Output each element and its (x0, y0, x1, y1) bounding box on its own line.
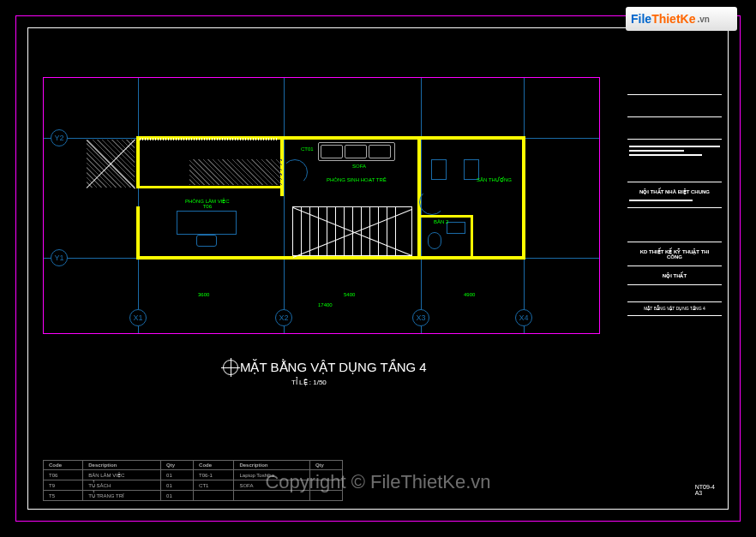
room-label-6: SOFA (352, 164, 366, 169)
grid-bubble-x2: X2 (275, 309, 292, 326)
grid-bubble-y2: Y2 (51, 129, 68, 146)
stair-steps (292, 206, 412, 256)
grid-bubble-x3: X3 (412, 309, 429, 326)
cad-canvas: File ThietKe .vn Y2 Y1 X1 X2 X3 X4 3600 … (0, 0, 756, 537)
wall-bottom (136, 256, 525, 260)
drawing-number: NT09-4A3 (695, 484, 715, 496)
north-arrow-icon (223, 360, 238, 375)
sofa (318, 142, 395, 161)
room-label-1: PHÒNG LÀM VIỆC T06 (185, 198, 230, 209)
grid-bubble-x4: X4 (515, 309, 532, 326)
wall-right (522, 136, 525, 260)
tb-sheet: MẶT BẰNG VẬT DỤNG TẦNG 4 (629, 306, 720, 312)
sink (447, 222, 465, 234)
logo-suffix: .vn (697, 15, 709, 24)
dim-total: 17400 (318, 302, 333, 307)
counter-hatch (189, 159, 282, 185)
door-2 (419, 189, 445, 215)
copyright-watermark: Copyright © FileThietKe.vn (265, 471, 490, 493)
wall-left-upper (136, 136, 140, 188)
logo-watermark: File ThietKe .vn (626, 7, 737, 31)
drawing-viewport: Y2 Y1 X1 X2 X3 X4 3600 5400 4900 17400 (43, 77, 600, 334)
desk (177, 211, 237, 235)
room-label-5: CT01 (301, 146, 314, 152)
logo-part1: File (631, 12, 651, 26)
dim-3: 4900 (464, 292, 475, 297)
window-top (140, 138, 277, 140)
title-block: NỘI THẤT NHÀ BIỆT CHUNG KD THIẾT KẾ KỸ T… (627, 34, 722, 503)
wall-wc2 (471, 215, 473, 258)
room-label-2: PHÒNG SINH HOẠT TRÊ (327, 176, 387, 182)
drawing-title: MẶT BẰNG VẬT DỤNG TẦNG 4 (240, 360, 427, 375)
grid-bubble-x1: X1 (129, 309, 147, 326)
grid-line-x2 (284, 78, 285, 333)
wall-left-lower (136, 206, 140, 260)
drawing-scale: TỈ LỆ : 1/50 (291, 379, 327, 386)
tb-section: NỘI THẤT (629, 270, 720, 281)
room-label-4: BÀN 2 (434, 219, 448, 224)
dim-2: 5400 (344, 292, 355, 297)
dim-1: 3600 (198, 292, 209, 297)
grid-bubble-y1: Y1 (51, 249, 68, 266)
room-label-3: SÂN THƯỢNG (477, 176, 512, 182)
door-1 (282, 159, 308, 185)
tb-project: NỘI THẤT NHÀ BIỆT CHUNG (629, 186, 720, 197)
tb-firm: KD THIẾT KẾ KỸ THUẬT THI CÔNG (629, 246, 720, 262)
toilet (428, 232, 441, 249)
chair-1 (431, 159, 447, 180)
wall-int-3 (136, 186, 284, 188)
logo-part2: ThietKe (651, 12, 695, 26)
chair (196, 235, 217, 247)
grid-line-x1 (138, 78, 139, 333)
wall-wc (421, 215, 472, 218)
